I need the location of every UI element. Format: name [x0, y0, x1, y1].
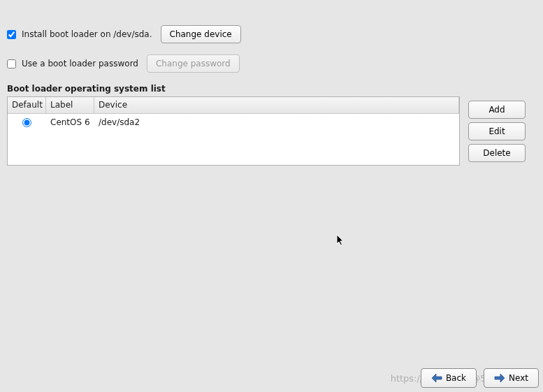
header-device[interactable]: Device — [94, 97, 459, 113]
edit-button[interactable]: Edit — [468, 122, 526, 140]
header-label[interactable]: Label — [46, 97, 94, 113]
arrow-left-icon — [431, 373, 442, 383]
os-list-title: Boot loader operating system list — [7, 84, 536, 94]
arrow-right-icon — [494, 373, 505, 383]
mouse-cursor-icon — [336, 234, 346, 247]
row-label-cell: CentOS 6 — [46, 115, 94, 129]
default-os-radio[interactable] — [22, 118, 31, 127]
change-device-button[interactable]: Change device — [161, 25, 241, 43]
os-list-header: Default Label Device — [8, 97, 459, 114]
back-button-label: Back — [446, 373, 466, 383]
use-password-checkbox[interactable] — [7, 59, 16, 68]
os-list-side-buttons: Add Edit Delete — [468, 96, 526, 166]
os-list-table: Default Label Device CentOS 6 /dev/sda2 — [7, 96, 460, 166]
back-button[interactable]: Back — [421, 368, 477, 388]
table-row[interactable]: CentOS 6 /dev/sda2 — [8, 114, 459, 131]
use-password-row: Use a boot loader password Change passwo… — [7, 55, 536, 73]
install-bootloader-checkbox[interactable] — [7, 30, 16, 39]
install-bootloader-label: Install boot loader on /dev/sda. — [22, 29, 152, 39]
row-device-cell: /dev/sda2 — [94, 115, 459, 129]
next-button[interactable]: Next — [484, 368, 539, 388]
use-password-label: Use a boot loader password — [22, 59, 138, 68]
change-password-button[interactable]: Change password — [147, 55, 240, 73]
install-bootloader-row: Install boot loader on /dev/sda. Change … — [7, 25, 536, 43]
row-default-cell — [8, 116, 46, 129]
next-button-label: Next — [509, 373, 528, 383]
add-button[interactable]: Add — [468, 101, 526, 119]
delete-button[interactable]: Delete — [468, 144, 526, 162]
header-default[interactable]: Default — [8, 97, 46, 113]
footer-nav: Back Next — [421, 368, 539, 388]
